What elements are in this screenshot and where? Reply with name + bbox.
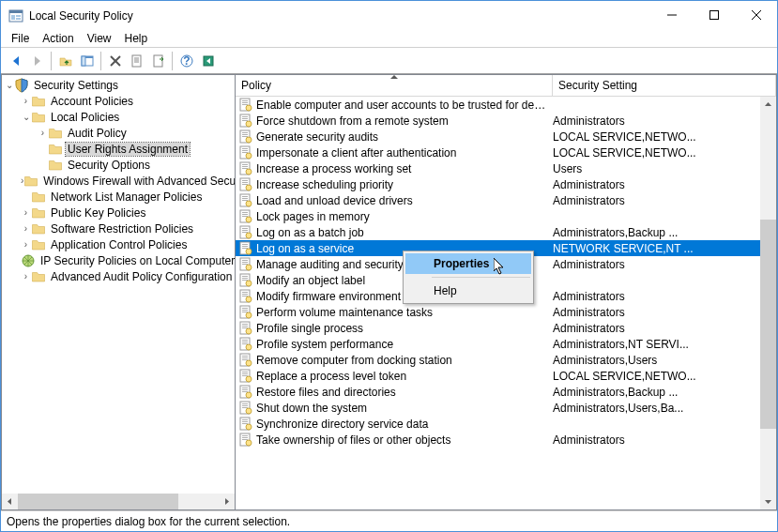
svg-rect-14 [132,55,141,67]
svg-rect-81 [242,280,248,281]
scroll-left-icon[interactable] [2,494,18,509]
status-text: Opens the properties dialog box for the … [7,515,290,528]
svg-rect-125 [242,421,248,422]
policy-row[interactable]: Profile single processAdministrators [236,320,776,336]
policy-setting: LOCAL SERVICE,NETWO... [553,146,776,160]
show-hide-tree-button[interactable] [76,51,98,71]
tree-item[interactable]: ›Windows Firewall with Advanced Security [2,173,235,189]
svg-rect-91 [242,312,248,312]
policy-row[interactable]: Increase a process working setUsers [236,160,776,176]
svg-rect-45 [242,166,248,167]
column-security-setting[interactable]: Security Setting [553,75,776,96]
tree-item[interactable]: ⌄Local Policies [2,109,235,125]
close-button[interactable] [735,1,777,28]
context-properties[interactable]: Properties [405,253,531,274]
help-button[interactable]: ? [175,51,197,71]
policy-icon [238,129,253,144]
forward-button[interactable] [26,51,48,71]
back-button[interactable] [5,51,26,71]
tree-item[interactable]: ›Advanced Audit Policy Configuration [2,268,235,284]
policy-row[interactable]: Profile system performanceAdministrators… [236,336,776,352]
svg-rect-104 [242,356,248,357]
tree-root[interactable]: ⌄Security Settings [2,77,235,93]
policy-icon [238,98,253,113]
policy-row[interactable]: Synchronize directory service data [236,416,776,432]
svg-text:?: ? [183,54,190,68]
svg-point-77 [246,265,252,270]
menu-file[interactable]: File [5,31,36,46]
svg-rect-80 [242,278,248,279]
policy-row[interactable]: Perform volume maintenance tasksAdminist… [236,304,776,320]
policy-setting: Administrators,Users,Ba... [553,402,776,415]
tree-item-label: Public Key Policies [49,206,147,220]
policy-row[interactable]: Impersonate a client after authenticatio… [236,144,776,160]
policy-setting: LOCAL SERVICE,NETWO... [553,130,776,144]
svg-rect-66 [242,232,248,233]
policy-row[interactable]: Enable computer and user accounts to be … [236,97,776,113]
svg-rect-36 [242,136,248,137]
policy-row[interactable]: Restore files and directoriesAdministrat… [236,384,776,400]
svg-rect-49 [242,180,248,181]
policy-setting: Users [553,162,776,175]
svg-point-97 [246,328,252,334]
tree-hscrollbar[interactable] [2,494,235,509]
minimize-button[interactable] [650,1,693,28]
tree-item[interactable]: ›Audit Policy [2,125,235,141]
up-button[interactable] [54,51,76,71]
folder-icon [31,221,46,236]
menu-help[interactable]: Help [118,31,155,46]
tree-item[interactable]: ›Account Policies [2,93,235,109]
properties-button[interactable] [126,51,147,71]
tree-item[interactable]: ›Public Key Policies [2,205,235,220]
policy-row[interactable]: Generate security auditsLOCAL SERVICE,NE… [236,129,776,144]
policy-row[interactable]: Log on as a batch jobAdministrators,Back… [236,224,776,240]
policy-row[interactable]: Take ownership of files or other objects… [236,432,776,448]
svg-point-117 [246,392,252,398]
tree-item[interactable]: User Rights Assignment [2,141,235,157]
policy-icon [238,177,253,192]
tree-item[interactable]: Security Options [2,157,235,173]
tree-item[interactable]: IP Security Policies on Local Computer [2,252,235,268]
scroll-up-icon[interactable] [760,97,776,113]
toolbar-separator [100,52,101,70]
svg-rect-75 [242,262,248,263]
svg-rect-60 [242,214,248,215]
svg-rect-111 [242,375,248,376]
tree-item-label: Windows Firewall with Advanced Security [41,175,235,188]
policy-row[interactable]: Replace a process level tokenLOCAL SERVI… [236,368,776,384]
policy-row[interactable]: Force shutdown from a remote systemAdmin… [236,113,776,129]
scroll-right-icon[interactable] [219,494,235,509]
tree-view[interactable]: ⌄Security Settings›Account Policies⌄Loca… [2,75,235,494]
svg-rect-1 [9,10,23,13]
maximize-button[interactable] [693,1,735,28]
policy-row[interactable]: Shut down the systemAdministrators,Users… [236,400,776,416]
menu-view[interactable]: View [81,31,118,46]
folder-icon [31,190,46,205]
svg-rect-79 [242,276,248,277]
svg-rect-70 [242,246,248,247]
tree-pane: ⌄Security Settings›Account Policies⌄Loca… [1,74,236,510]
tree-item[interactable]: ›Software Restriction Policies [2,220,235,236]
svg-rect-100 [242,342,248,342]
tree-item[interactable]: ›Application Control Policies [2,236,235,252]
context-help[interactable]: Help [405,281,531,301]
svg-point-112 [246,376,252,382]
delete-button[interactable] [104,51,126,71]
scroll-down-icon[interactable] [760,494,776,509]
refresh-policy-button[interactable] [197,51,219,71]
export-button[interactable] [147,51,169,71]
policy-name: Perform volume maintenance tasks [256,306,553,319]
menu-action[interactable]: Action [36,31,80,46]
svg-rect-129 [242,435,248,436]
toolbar-separator [172,52,173,70]
policy-icon [238,273,253,288]
column-policy[interactable]: Policy [236,75,553,96]
list-vscrollbar[interactable] [760,97,776,509]
policy-row[interactable]: Remove computer from docking stationAdmi… [236,352,776,368]
policy-row[interactable]: Lock pages in memory [236,208,776,224]
policy-row[interactable]: Increase scheduling priorityAdministrato… [236,176,776,192]
svg-rect-30 [242,118,248,119]
policy-row[interactable]: Load and unload device driversAdministra… [236,192,776,208]
policy-name: Lock pages in memory [256,210,553,223]
tree-item[interactable]: Network List Manager Policies [2,189,235,205]
